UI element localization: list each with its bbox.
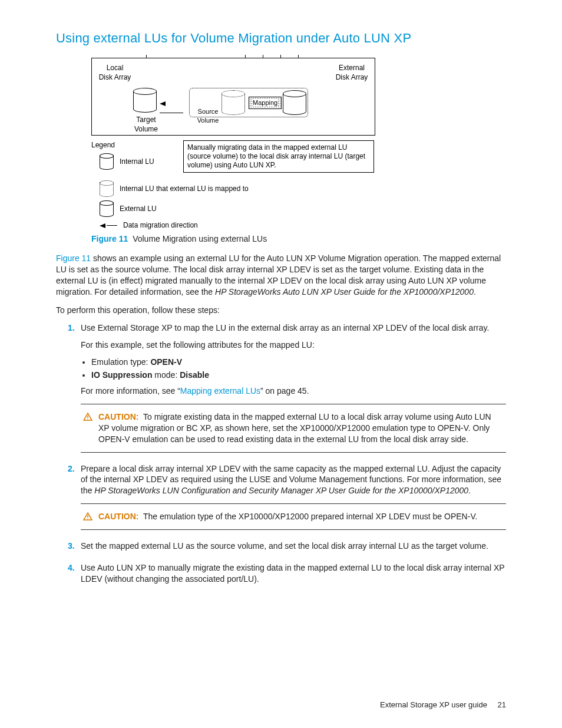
footer-title: External Storage XP user guide	[380, 700, 487, 709]
step-3: 3. Set the mapped external LU as the sou…	[68, 541, 506, 552]
internal-lu-icon	[100, 153, 114, 170]
figure-11-diagram: Local Disk Array External Disk Array Tar…	[91, 58, 506, 230]
mapping-label: Mapping	[249, 97, 282, 109]
legend-external: External LU	[120, 204, 157, 213]
caution-label: CAUTION:	[98, 512, 138, 521]
step-number: 2.	[68, 463, 75, 475]
figure-caption: Figure 11 Volume Migration using externa…	[91, 233, 506, 245]
source-volume-cylinder	[222, 90, 245, 117]
figure-caption-text: Volume Migration using external LUs	[133, 234, 267, 243]
step-number: 4.	[68, 562, 75, 574]
step-number: 1.	[68, 322, 75, 334]
caution-2-text: The emulation type of the XP10000/XP1200…	[143, 512, 477, 521]
svg-point-3	[87, 518, 88, 519]
mapping-group: Source Volume Mapping	[189, 88, 308, 117]
body-paragraph-1: Figure 11 shows an example using an exte…	[56, 253, 506, 298]
migration-direction-icon	[100, 220, 117, 230]
legend-internal: Internal LU	[120, 157, 154, 166]
svg-point-1	[87, 419, 88, 420]
caution-1: CAUTION: To migrate existing data in the…	[81, 404, 506, 453]
migration-arrow-icon	[160, 98, 189, 117]
target-volume-label: Target Volume	[128, 115, 164, 134]
legend-arrow: Data migration direction	[123, 220, 198, 230]
mapping-external-lus-link[interactable]: Mapping external LUs	[180, 386, 260, 396]
page-heading: Using external LUs for Volume Migration …	[56, 29, 506, 47]
step-1: 1. Use External Storage XP to map the LU…	[68, 322, 506, 452]
legend-mapped: Internal LU that external LU is mapped t…	[120, 184, 249, 193]
step-1-bullet-2: IO Suppression mode: Disable	[91, 370, 506, 381]
guide-title-1: HP StorageWorks Auto LUN XP User Guide f…	[215, 287, 474, 297]
external-cylinder	[283, 90, 306, 117]
guide-title-2: HP StorageWorks LUN Configuration and Se…	[94, 486, 468, 495]
step-1-text: Use External Storage XP to map the LU in…	[81, 322, 506, 334]
external-lu-icon	[100, 200, 114, 217]
source-volume-label: Source Volume	[193, 107, 223, 125]
step-number: 3.	[68, 541, 75, 552]
figure-11-link[interactable]: Figure 11	[56, 253, 91, 263]
diagram-callout: Manually migrating data in the mapped ex…	[183, 140, 374, 173]
mapped-lu-icon	[100, 180, 114, 197]
page-number: 21	[498, 700, 506, 709]
body-paragraph-2: To perform this operation, follow these …	[56, 305, 506, 316]
external-disk-array-label: External Disk Array	[331, 63, 372, 82]
step-1-more-info: For more information, see “Mapping exter…	[81, 386, 506, 397]
step-4: 4. Use Auto LUN XP to manually migrate t…	[68, 562, 506, 585]
step-3-text: Set the mapped external LU as the source…	[81, 541, 506, 552]
caution-2: CAUTION: The emulation type of the XP100…	[81, 503, 506, 530]
local-disk-array-label: Local Disk Array	[94, 63, 135, 82]
target-volume-cylinder	[133, 88, 157, 115]
step-2: 2. Prepare a local disk array internal X…	[68, 463, 506, 531]
step-1-subintro: For this example, set the following attr…	[81, 340, 506, 351]
caution-label: CAUTION:	[98, 412, 138, 421]
caution-triangle-icon	[83, 413, 92, 421]
step-1-bullet-1: Emulation type: OPEN-V	[91, 357, 506, 368]
page-footer: External Storage XP user guide 21	[380, 700, 506, 710]
caution-1-text: To migrate existing data in the mapped e…	[98, 412, 491, 444]
figure-caption-label: Figure 11	[91, 234, 128, 243]
caution-triangle-icon	[83, 512, 92, 521]
step-2-text: Prepare a local disk array internal XP L…	[81, 463, 506, 497]
step-4-text: Use Auto LUN XP to manually migrate the …	[81, 562, 506, 585]
